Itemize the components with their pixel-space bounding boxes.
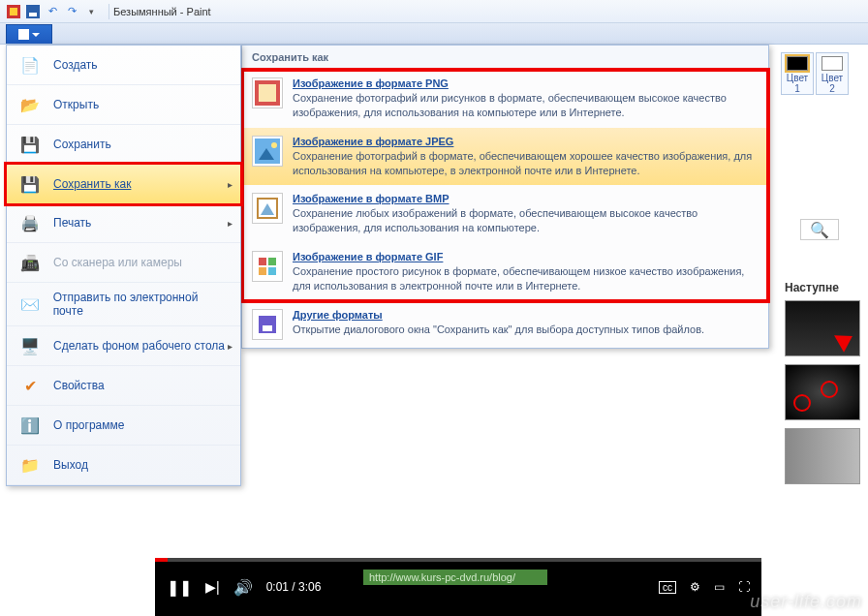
menu-print[interactable]: 🖨️ Печать ▸: [7, 203, 240, 243]
save-as-gif[interactable]: Изображение в формате GIF Сохранение про…: [242, 243, 768, 301]
window-title: Безымянный - Paint: [113, 6, 211, 17]
menu-label: Свойства: [53, 379, 105, 392]
color-1[interactable]: Цвет 1: [781, 52, 814, 95]
related-thumb-2[interactable]: [785, 364, 860, 420]
desktop-icon: 🖥️: [18, 334, 42, 357]
svg-rect-1: [10, 8, 17, 15]
menu-scanner: 📠 Со сканера или камеры: [7, 243, 240, 283]
new-file-icon: 📄: [18, 53, 42, 77]
format-title: Изображение в формате BMP: [293, 193, 759, 204]
file-menu: 📄 Создать 📂 Открыть 💾 Сохранить 💾 Сохран…: [6, 45, 241, 486]
format-title: Изображение в формате PNG: [293, 77, 759, 89]
format-desc: Открытие диалогового окна "Сохранить как…: [293, 323, 704, 337]
menu-label: Создать: [53, 58, 98, 72]
format-desc: Сохранение любых изображений в формате, …: [293, 206, 759, 235]
watermark: user-life.com: [750, 592, 862, 612]
menu-label: Отправить по электронной почте: [53, 291, 229, 318]
ribbon-colors: Цвет 1 Цвет 2: [781, 52, 849, 95]
svg-rect-3: [29, 13, 37, 16]
qat-dropdown-icon[interactable]: ▾: [83, 4, 99, 19]
email-icon: ✉️: [18, 293, 42, 316]
url-overlay: http://www.kurs-pc-dvd.ru/blog/: [363, 570, 547, 585]
menu-label: Сделать фоном рабочего стола: [53, 339, 225, 353]
app-icon: [6, 4, 21, 19]
volume-icon[interactable]: 🔊: [233, 578, 253, 597]
bmp-icon: [252, 193, 283, 224]
svg-rect-19: [263, 325, 272, 331]
checkmark-icon: ✔: [18, 374, 42, 397]
captions-icon[interactable]: cc: [659, 581, 676, 594]
svg-rect-15: [259, 267, 266, 275]
format-desc: Сохранение фотографий в формате, обеспеч…: [293, 149, 759, 178]
menu-open[interactable]: 📂 Открыть: [7, 85, 240, 125]
menu-wallpaper[interactable]: 🖥️ Сделать фоном рабочего стола ▸: [7, 326, 240, 366]
menu-email[interactable]: ✉️ Отправить по электронной почте: [7, 283, 240, 326]
ribbon-tab-strip: [0, 23, 868, 45]
next-icon[interactable]: ▶|: [205, 579, 220, 595]
submenu-arrow-icon: ▸: [228, 218, 232, 229]
gif-icon: [252, 251, 283, 282]
color-2[interactable]: Цвет 2: [816, 52, 849, 95]
svg-rect-12: [255, 254, 280, 279]
format-desc: Сохранение фотографий или рисунков в фор…: [293, 91, 759, 120]
menu-label: О программе: [53, 418, 124, 432]
submenu-header: Сохранить как: [242, 46, 768, 70]
svg-point-8: [271, 142, 277, 148]
menu-save[interactable]: 💾 Сохранить: [7, 125, 240, 165]
related-thumb-3[interactable]: [785, 428, 860, 484]
redo-icon[interactable]: ↷: [64, 4, 79, 19]
settings-gear-icon[interactable]: ⚙: [690, 580, 700, 594]
menu-label: Открыть: [53, 98, 99, 111]
title-bar: ↶ ↷ ▾ Безымянный - Paint: [0, 0, 868, 23]
menu-exit[interactable]: 📁 Выход: [7, 446, 240, 485]
fullscreen-icon[interactable]: ⛶: [738, 580, 750, 594]
search-icon[interactable]: 🔍: [800, 219, 839, 240]
menu-label: Выход: [53, 458, 88, 472]
save-as-bmp[interactable]: Изображение в формате BMP Сохранение люб…: [242, 185, 768, 243]
open-folder-icon: 📂: [18, 93, 42, 116]
svg-rect-14: [268, 258, 276, 265]
miniplayer-icon[interactable]: ▭: [714, 580, 725, 594]
related-thumb-1[interactable]: [785, 300, 860, 356]
menu-save-as[interactable]: 💾 Сохранить как ▸: [6, 164, 241, 204]
submenu-arrow-icon: ▸: [228, 179, 232, 190]
save-icon[interactable]: [25, 4, 41, 19]
progress-bar[interactable]: [155, 558, 761, 562]
svg-rect-13: [259, 258, 266, 265]
format-title: Изображение в формате JPEG: [293, 136, 759, 147]
printer-icon: 🖨️: [18, 211, 42, 234]
save-as-other[interactable]: Другие форматы Открытие диалогового окна…: [242, 301, 768, 348]
format-desc: Сохранение простого рисунок в формате, о…: [293, 264, 759, 293]
menu-label: Со сканера или камеры: [53, 256, 182, 269]
svg-rect-5: [259, 84, 276, 102]
save-as-png[interactable]: Изображение в формате PNG Сохранение фот…: [242, 70, 768, 128]
video-player: ❚❚ ▶| 🔊 0:01 / 3:06 http://www.kurs-pc-d…: [155, 558, 761, 616]
info-icon: ℹ️: [18, 414, 42, 437]
pause-icon[interactable]: ❚❚: [167, 578, 192, 597]
format-title: Изображение в формате GIF: [293, 251, 759, 262]
menu-about[interactable]: ℹ️ О программе: [7, 406, 240, 446]
related-heading: Наступне: [785, 281, 864, 294]
save-as-submenu: Сохранить как Изображение в формате PNG …: [241, 45, 769, 349]
svg-rect-16: [268, 267, 276, 275]
save-as-icon: 💾: [18, 172, 42, 196]
other-formats-icon: [252, 309, 283, 340]
menu-create[interactable]: 📄 Создать: [7, 46, 240, 85]
save-as-jpeg[interactable]: Изображение в формате JPEG Сохранение фо…: [242, 128, 768, 186]
format-group-highlight: Изображение в формате PNG Сохранение фот…: [242, 70, 768, 301]
format-title: Другие форматы: [293, 309, 704, 321]
file-tab[interactable]: [6, 24, 52, 44]
menu-properties[interactable]: ✔ Свойства: [7, 366, 240, 406]
png-icon: [252, 77, 283, 108]
jpeg-icon: [252, 136, 283, 167]
exit-icon: 📁: [18, 453, 42, 477]
menu-label: Сохранить как: [53, 177, 131, 191]
related-sidebar: Наступне: [785, 281, 864, 492]
menu-label: Печать: [53, 216, 91, 230]
video-time: 0:01 / 3:06: [266, 580, 322, 594]
save-disk-icon: 💾: [18, 133, 42, 156]
undo-icon[interactable]: ↶: [45, 4, 60, 19]
submenu-arrow-icon: ▸: [228, 341, 232, 352]
menu-label: Сохранить: [53, 138, 111, 151]
scanner-icon: 📠: [18, 251, 42, 274]
